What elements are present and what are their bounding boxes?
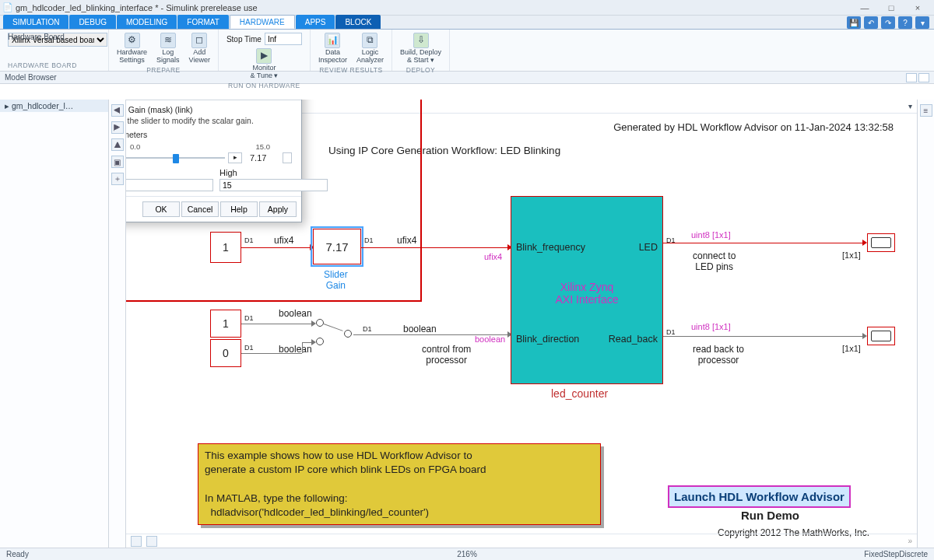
cancel-button[interactable]: Cancel [181,201,219,217]
generated-text: Generated by HDL Workflow Advisor on 11-… [613,121,894,133]
port-d1-g: D1 [666,328,676,336]
slider-tick-high: 15.0 [256,142,271,151]
monitor-tune-button[interactable]: ▶Monitor & Tune ▾ [250,48,278,80]
maximize-button[interactable]: □ [878,3,904,12]
prop-inspector-icon[interactable]: ≡ [920,104,932,117]
sub-center-text: Xilinx Zynq AXI Interface [511,281,662,306]
high-input[interactable] [219,179,328,191]
minimize-button[interactable]: — [851,3,878,12]
status-zoom[interactable]: 216% [457,550,477,558]
qa-min-icon[interactable]: ▾ [915,16,929,29]
block-led-counter[interactable]: Blink_frequency LED Blink_direction Read… [511,196,663,384]
block-out-led[interactable] [867,233,895,252]
dtype-bool-c: boolean [403,324,437,334]
inspector-icon: 📊 [325,33,340,48]
model-browser-label: Model Browser [5,73,57,82]
data-inspector-button[interactable]: 📊Data Inspector [318,33,347,65]
qa-help-icon[interactable]: ? [898,16,912,29]
nav-back-icon[interactable]: ⯇ [111,104,124,117]
editor-body: ▸ gm_hdlcoder_l… ⯇ ⯈ ⯅ ▣ ＋ ▾ Generated b… [0,100,934,548]
tab-modeling[interactable]: MODELING [117,15,177,29]
build-deploy-button[interactable]: ⇩Build, Deploy & Start ▾ [400,33,441,65]
nav-fwd-icon[interactable]: ⯈ [111,121,124,134]
tab-apps[interactable]: APPS [296,15,335,29]
switch-out[interactable] [344,330,352,338]
block-slider-gain[interactable]: 7.17 [313,229,361,264]
port-d1-d: D1 [244,344,254,352]
slider-thumb[interactable] [173,154,179,163]
port-d1-a: D1 [244,236,254,244]
hw-board-label: Hardware Board [8,33,65,41]
mb-pin-icon[interactable] [918,73,929,82]
dtype-ufix4-b: ufix4 [397,235,416,246]
port-readback: Read_back [609,334,658,345]
ok-button[interactable]: OK [142,201,180,217]
dtype-ufix4-c: ufix4 [484,252,502,261]
block-constant-1[interactable]: 1 [210,232,241,263]
port-blink-freq: Blink_frequency [516,242,585,253]
wire-led-out [663,243,864,243]
canvas[interactable]: Generated by HDL Workflow Advisor on 11-… [126,114,917,534]
model-browser-header: Model Browser [0,72,934,84]
model-browser: ▸ gm_hdlcoder_l… [0,100,109,548]
gear-icon: ⚙ [125,33,140,48]
slider-track[interactable] [126,152,225,163]
port-blink-dir: Blink_direction [516,334,579,345]
block-out-readback[interactable] [867,327,895,345]
subsystem-name: led_counter [551,387,608,400]
add-viewer-button[interactable]: ◻Add Viewer [189,33,210,65]
run-demo-text: Run Demo [741,509,799,522]
mb-toggle-icon[interactable] [906,73,917,82]
qa-save-icon[interactable]: 💾 [847,16,861,29]
close-button[interactable]: × [904,3,931,12]
low-input[interactable] [126,179,213,191]
log-signals-button[interactable]: ≋Log Signals [156,33,180,65]
annotation-note[interactable]: This example shows how to use HDL Workfl… [198,443,601,525]
block-constant-zero[interactable]: 0 [210,339,241,367]
zoom-fit-icon[interactable]: ▣ [111,156,124,168]
block-slider-gain-name: Slider Gain [324,269,348,291]
switch-arm [324,324,343,331]
slider-stepper[interactable] [283,152,292,163]
dialog-mask-name: Slider Gain (mask) (link) [126,105,295,114]
dtype-bool-d: boolean [475,334,505,344]
status-solver[interactable]: FixedStepDiscrete [864,550,928,558]
dtype-uint8-a: uint8 [1x1] [691,230,731,240]
switch-node-2[interactable] [316,338,324,345]
slider-inc-icon[interactable]: ▸ [228,152,242,163]
switch-node-1[interactable] [316,319,324,327]
viewer-icon: ◻ [191,33,207,48]
dtype-uint8-b: uint8 [1x1] [691,322,731,331]
stop-time-input[interactable] [265,33,302,45]
ctrl-proc-label: control from processor [422,344,471,366]
tab-block[interactable]: BLOCK [335,15,381,29]
help-button[interactable]: Help [220,201,258,217]
dtype-ufix4-a: ufix4 [274,235,293,246]
title-bar: 📄 gm_hdlcoder_led_blinking_interface * -… [0,0,934,16]
logic-analyzer-button[interactable]: ⧉Logic Analyzer [356,33,384,65]
breadcrumb-dropdown-icon[interactable]: ▾ [908,102,912,110]
apply-button[interactable]: Apply [259,201,297,217]
nav-up-icon[interactable]: ⯅ [111,138,124,151]
zoom-in-icon[interactable]: ＋ [111,173,124,185]
tree-root[interactable]: ▸ gm_hdlcoder_l… [0,100,108,112]
tab-format[interactable]: FORMAT [177,15,228,29]
canvas-footer: » [126,534,917,548]
qa-redo-icon[interactable]: ↷ [881,16,895,29]
launch-hdl-advisor-button[interactable]: Launch HDL Workflow Advisor [668,485,851,508]
block-params-dialog[interactable]: Block Parameters: Slider Gain × Slider G… [126,100,302,222]
tab-hardware[interactable]: HARDWARE [230,15,295,29]
footer-btn-2[interactable] [146,536,157,547]
wire-c1-sg [241,247,311,248]
readback-label: read back to processor [693,344,744,366]
dialog-params-label: Parameters [126,130,295,139]
group-review: REVIEW RESULTS [319,66,382,74]
workflow-title: Using IP Core Generation Workflow: LED B… [328,145,560,156]
block-constant-one[interactable]: 1 [210,310,241,338]
hw-settings-button[interactable]: ⚙Hardware Settings [117,33,147,65]
tab-debug[interactable]: DEBUG [69,15,116,29]
qa-undo-icon[interactable]: ↶ [864,16,878,29]
tab-simulation[interactable]: SIMULATION [3,15,68,29]
footer-btn-1[interactable] [131,536,142,547]
low-label: Low [126,168,213,177]
